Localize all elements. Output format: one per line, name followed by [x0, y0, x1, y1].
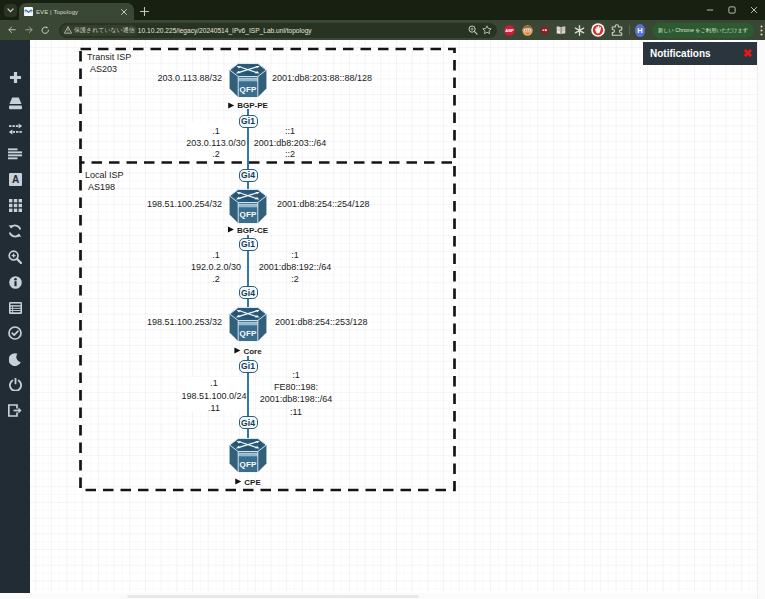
sidebar-logout-button[interactable]	[0, 399, 30, 421]
node-ipv6-loopback: 2001:db8:203:88::88/128	[272, 73, 372, 83]
red-badge-icon[interactable]	[539, 25, 549, 35]
node-name: BGP-PE	[237, 101, 268, 110]
horizontal-scrollbar[interactable]	[0, 593, 757, 599]
interface-badge[interactable]: Gi4	[239, 416, 258, 429]
chevron-down-icon	[7, 8, 14, 13]
snowflake-icon[interactable]	[573, 24, 585, 36]
link2-ipv4-subnet: 192.0.2.0/30	[191, 262, 241, 272]
power-icon	[9, 378, 22, 391]
link3-ipv4-far: .11	[208, 403, 220, 413]
address-bar[interactable]: 保護されていない通信 10.10.20.225/legacy/20240514_…	[59, 23, 497, 38]
browser-tab[interactable]: EVE | Topology	[19, 3, 134, 20]
sidebar-status-button[interactable]	[0, 297, 30, 319]
sidebar-zoom-button[interactable]	[0, 246, 30, 268]
node-name: CPE	[244, 477, 260, 486]
sidebar-add-object-button[interactable]	[0, 67, 30, 89]
node-label-bgp-ce: BGP-CE	[228, 225, 268, 234]
link1-ipv4-near: .1	[212, 126, 220, 136]
magnifier-plus-icon	[468, 25, 478, 35]
snowflake-star-icon	[574, 25, 585, 36]
bookmark-star-icon[interactable]	[480, 23, 494, 37]
minimize-icon	[706, 6, 714, 14]
horizontal-scrollbar-thumb[interactable]	[127, 595, 419, 599]
sidebar-nodes-button[interactable]	[0, 92, 30, 114]
window-close-button[interactable]	[743, 0, 765, 20]
sidebar-dark-mode-button[interactable]	[0, 348, 30, 370]
node-icon-bgp-ce[interactable]	[229, 187, 267, 226]
notifications-title: Notifications	[650, 48, 711, 59]
node-ipv4-loopback: 203.0.113.88/32	[158, 73, 222, 83]
sidebar-connections-button[interactable]	[0, 118, 30, 140]
sidebar-refresh-button[interactable]	[0, 220, 30, 242]
sidebar-check-button[interactable]	[0, 322, 30, 344]
forward-button[interactable]	[20, 22, 37, 38]
node-platform-label: QFP	[229, 85, 267, 94]
eve-favicon-graphic	[24, 7, 33, 16]
link2-ipv6-far: :2	[291, 274, 299, 284]
sidebar-power-button[interactable]	[0, 374, 30, 396]
text-a-letter: A	[11, 175, 18, 186]
sidebar-info-button[interactable]	[0, 271, 30, 293]
topology-canvas[interactable]: Transit ISP AS203 Local ISP AS198 .1 203…	[30, 40, 757, 593]
url-text: 10.10.20.225/legacy/20240514_IPv6_ISP_La…	[138, 27, 312, 34]
vertical-scrollbar[interactable]	[757, 40, 765, 599]
window-maximize-button[interactable]	[721, 0, 743, 20]
node-platform-label: QFP	[229, 210, 267, 219]
info-icon	[9, 276, 22, 289]
maximize-icon	[728, 6, 736, 14]
security-warning-label: 保護されていない通信	[74, 26, 135, 35]
interface-badge[interactable]: Gi4	[239, 169, 258, 182]
browser-menu-button[interactable]	[757, 23, 765, 37]
reload-button[interactable]	[37, 22, 54, 38]
link1-ipv4-far: .2	[212, 149, 220, 159]
tab-search-button[interactable]	[4, 4, 17, 17]
tab-title: EVE | Topology	[36, 9, 78, 15]
interface-badge[interactable]: Gi1	[239, 115, 258, 128]
toolbar-separator	[629, 25, 630, 35]
link2-ipv4-near: .1	[212, 250, 220, 260]
interface-badge[interactable]: Gi1	[239, 360, 258, 373]
back-button[interactable]	[3, 22, 20, 38]
server-drive-icon	[8, 97, 23, 110]
zoom-page-icon[interactable]	[466, 23, 480, 37]
node-icon-cpe[interactable]	[229, 436, 267, 475]
sidebar-grid-button[interactable]	[0, 194, 30, 216]
link3-ipv6-near: :1	[292, 370, 300, 380]
interface-badge[interactable]: Gi1	[239, 238, 258, 251]
adblock-octagon-icon: ABP	[504, 25, 515, 36]
node-icon-core[interactable]	[229, 305, 267, 344]
sidebar-text-button[interactable]: A	[0, 169, 30, 191]
notifications-panel: Notifications ✖	[643, 42, 757, 65]
interface-badge[interactable]: Gi4	[239, 286, 258, 299]
node-name: Core	[243, 346, 261, 355]
node-label-bgp-pe: BGP-PE	[228, 101, 268, 110]
face-avatar-icon[interactable]	[521, 24, 533, 36]
running-triangle-icon	[228, 227, 234, 233]
link1-ipv6-subnet: 2001:db8:203::/64	[254, 138, 327, 148]
puzzle-piece-icon	[611, 24, 623, 36]
screen: EVE | Topology	[0, 0, 765, 599]
window-minimize-button[interactable]	[699, 0, 721, 20]
book-icon[interactable]	[555, 24, 567, 36]
adblock-plus-icon[interactable]: ABP	[503, 24, 515, 36]
video-downloader-icon[interactable]	[591, 23, 605, 37]
notifications-close-icon[interactable]: ✖	[743, 48, 752, 59]
node-icon-bgp-pe[interactable]	[229, 61, 267, 100]
node-ipv4-loopback: 198.51.100.254/32	[147, 199, 222, 209]
kebab-menu-icon	[760, 25, 763, 36]
grid-icon	[9, 199, 22, 212]
chrome-update-button[interactable]: 新しい Chrome をご利用いただけます	[652, 23, 754, 38]
sidebar-shapes-button[interactable]	[0, 143, 30, 165]
node-platform-label: QFP	[229, 329, 267, 338]
sign-out-icon	[8, 404, 22, 417]
tab-close-icon[interactable]	[120, 8, 128, 16]
security-warning-chip[interactable]: 保護されていない通信	[61, 25, 137, 36]
close-x-icon	[120, 8, 128, 16]
extensions-row: ABP	[503, 23, 623, 37]
open-book-icon	[555, 25, 567, 36]
new-tab-button[interactable]	[138, 5, 150, 17]
profile-avatar[interactable]: H	[635, 24, 645, 37]
refresh-icon	[8, 224, 22, 238]
extensions-puzzle-icon[interactable]	[611, 24, 623, 36]
group-box-local-isp[interactable]	[81, 163, 455, 491]
